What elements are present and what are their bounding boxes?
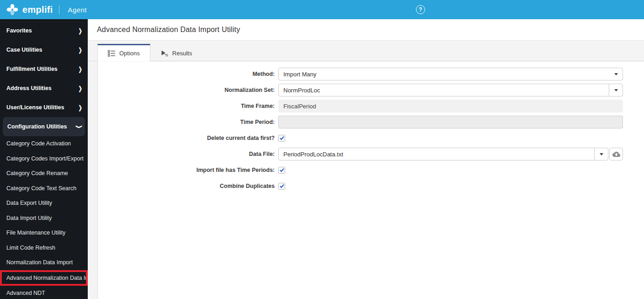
sidebar-subitem-advanced-ndt[interactable]: Advanced NDT (0, 286, 88, 299)
delete-first-label: Delete current data first? (98, 135, 275, 141)
emplifi-logo-icon (6, 4, 18, 16)
sidebar-item-case-utilities[interactable]: Case Utilities❯ (0, 40, 88, 59)
time-period-field (278, 116, 623, 128)
sidebar-item-label: Case Utilities (6, 47, 78, 53)
method-row: Method: Import Many (98, 68, 644, 80)
normalization-set-row: Normalization Set: NormProdLoc (98, 84, 644, 96)
brand-divider (59, 5, 59, 14)
method-select[interactable]: Import Many (278, 68, 623, 80)
delete-first-row: Delete current data first? (98, 132, 644, 144)
help-icon[interactable]: ? (416, 5, 425, 14)
time-period-row: Time Period: (98, 116, 644, 128)
sidebar-subitem-category-code-rename[interactable]: Category Code Rename (0, 166, 88, 181)
data-file-dropdown-button[interactable] (594, 148, 608, 160)
sidebar-subitem-data-import-utility[interactable]: Data Import Utility (0, 211, 88, 226)
chevron-right-icon: ❯ (78, 104, 82, 111)
top-bar: emplifi Agent ? (0, 0, 644, 19)
run-results-icon (160, 50, 168, 57)
sidebar-item-favorites[interactable]: Favorites❯ (0, 21, 88, 40)
sidebar-subitem-limit-code-refresh[interactable]: Limit Code Refresh (0, 240, 88, 256)
method-value: Import Many (283, 71, 316, 78)
upload-file-button[interactable] (609, 148, 623, 160)
chevron-right-icon: ❯ (78, 85, 82, 92)
time-frame-field: FiscalPeriod (278, 100, 623, 112)
sidebar-item-label: Address Utilities (6, 85, 78, 91)
sidebar-item-user-license-utilities[interactable]: User/License Utilities❯ (0, 98, 88, 117)
options-tab-panel: Method: Import Many Normalization Set: N… (97, 62, 644, 299)
list-icon (108, 50, 115, 57)
tab-label: Results (172, 50, 192, 57)
combine-duplicates-row: Combine Duplicates (98, 180, 644, 192)
chevron-down-icon (614, 89, 618, 91)
sidebar-subitem-category-code-activation[interactable]: Category Code Activation (0, 136, 88, 151)
chevron-down-icon (614, 73, 618, 75)
combine-duplicates-label: Combine Duplicates (98, 183, 275, 189)
sidebar-subitem-category-codes-import-export[interactable]: Category Codes Import/Export (0, 151, 88, 166)
sidebar-subitem-category-code-text-search[interactable]: Category Code Text Search (0, 181, 88, 196)
page-title: Advanced Normalization Data Import Utili… (97, 26, 240, 34)
sidebar-item-label: User/License Utilities (6, 104, 78, 111)
chevron-down-icon (600, 153, 603, 155)
data-file-value: PeriodProdLocData.txt (279, 151, 594, 158)
normalization-set-combobox[interactable]: NormProdLoc (278, 84, 623, 96)
tab-label: Options (119, 50, 140, 57)
sidebar-item-configuration-utilities[interactable]: Configuration Utilities❯ (3, 117, 85, 136)
import-has-time-periods-row: Import file has Time Periods: (98, 164, 644, 176)
check-icon (279, 183, 285, 189)
tab-strip: OptionsResults (88, 41, 644, 61)
combine-duplicates-checkbox[interactable] (278, 183, 285, 190)
check-icon (279, 167, 285, 173)
time-frame-label: Time Frame: (98, 103, 275, 109)
check-icon (279, 135, 285, 141)
chevron-right-icon: ❯ (78, 27, 82, 34)
sidebar-item-label: Configuration Utilities (7, 123, 77, 130)
sidebar-item-label: Favorites (6, 27, 78, 34)
chevron-right-icon: ❯ (78, 65, 82, 73)
sidebar-subitem-advanced-normalization-data-import-utility[interactable]: Advanced Normalization Data Import Utili… (0, 270, 88, 286)
normalization-set-dropdown-button[interactable] (609, 84, 623, 96)
sidebar-subitem-file-maintenance-utility[interactable]: File Maintenance Utility (0, 225, 88, 240)
sidebar-item-fulfillment-utilities[interactable]: Fulfillment Utilities❯ (0, 59, 88, 79)
time-frame-row: Time Frame: FiscalPeriod (98, 100, 644, 112)
data-file-label: Data File: (98, 151, 275, 157)
sidebar-subitem-data-export-utility[interactable]: Data Export Utility (0, 196, 88, 211)
tab-results[interactable]: Results (150, 44, 202, 61)
data-file-row: Data File: PeriodProdLocData.txt (98, 148, 644, 160)
main-area: Advanced Normalization Data Import Utili… (88, 19, 644, 299)
brand: emplifi Agent (6, 4, 87, 16)
normalization-set-label: Normalization Set: (98, 87, 275, 93)
delete-first-checkbox[interactable] (278, 135, 285, 142)
import-has-time-periods-checkbox[interactable] (278, 167, 285, 174)
title-bar: Advanced Normalization Data Import Utili… (88, 19, 644, 41)
brand-product: Agent (68, 6, 87, 14)
sidebar-nav: Favorites❯Case Utilities❯Fulfillment Uti… (0, 19, 88, 299)
normalization-set-value: NormProdLoc (279, 87, 609, 94)
data-file-combobox[interactable]: PeriodProdLocData.txt (278, 148, 608, 160)
sidebar-item-label: Fulfillment Utilities (6, 66, 78, 72)
sidebar-subitem-normalization-data-import[interactable]: Normalization Data Import (0, 255, 88, 270)
brand-name: emplifi (22, 5, 53, 15)
time-period-label: Time Period: (98, 119, 275, 125)
sidebar-item-address-utilities[interactable]: Address Utilities❯ (0, 79, 88, 98)
chevron-down-icon: ❯ (76, 125, 83, 128)
import-has-time-periods-label: Import file has Time Periods: (98, 167, 275, 173)
method-label: Method: (98, 71, 275, 77)
cloud-upload-icon (612, 150, 620, 158)
tab-options[interactable]: Options (97, 44, 150, 61)
chevron-right-icon: ❯ (78, 46, 82, 53)
